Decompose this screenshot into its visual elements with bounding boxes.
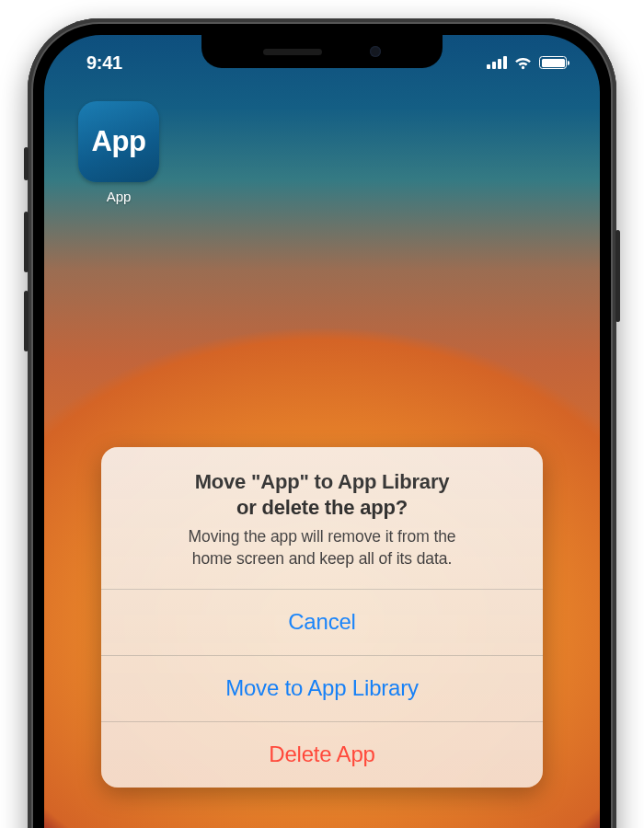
delete-app-button[interactable]: Delete App bbox=[101, 721, 543, 788]
volume-up-button bbox=[24, 212, 29, 272]
mute-switch bbox=[24, 147, 29, 180]
notch bbox=[201, 35, 443, 68]
app-icon-text: App bbox=[92, 125, 146, 158]
action-sheet-subtitle: Moving the app will remove it from the h… bbox=[127, 526, 517, 569]
status-time: 9:41 bbox=[72, 52, 122, 74]
volume-down-button bbox=[24, 291, 29, 351]
move-to-library-button[interactable]: Move to App Library bbox=[101, 655, 543, 721]
battery-icon bbox=[539, 56, 567, 69]
cancel-label: Cancel bbox=[288, 609, 356, 635]
action-sheet-title: Move "App" to App Library or delete the … bbox=[127, 469, 517, 521]
cancel-button[interactable]: Cancel bbox=[101, 589, 543, 655]
power-button bbox=[615, 230, 620, 322]
delete-label: Delete App bbox=[269, 742, 374, 767]
status-indicators bbox=[487, 56, 572, 70]
front-camera bbox=[370, 46, 381, 57]
cellular-signal-icon bbox=[487, 56, 507, 69]
wifi-icon bbox=[513, 56, 533, 70]
move-label: Move to App Library bbox=[225, 675, 419, 701]
phone-frame: 9:41 App A bbox=[28, 18, 616, 828]
speaker-grille bbox=[263, 49, 322, 55]
action-sheet-header: Move "App" to App Library or delete the … bbox=[101, 447, 543, 589]
app-icon[interactable]: App bbox=[78, 101, 159, 182]
app-icon-label: App bbox=[75, 189, 162, 204]
home-app[interactable]: App App bbox=[75, 101, 162, 204]
action-sheet: Move "App" to App Library or delete the … bbox=[101, 447, 543, 788]
phone-screen: 9:41 App A bbox=[44, 35, 600, 828]
